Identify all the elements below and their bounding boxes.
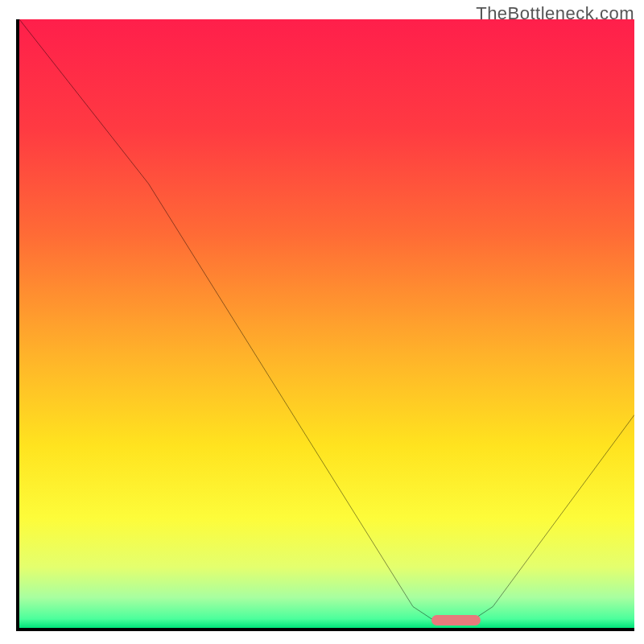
- bottleneck-curve: [19, 19, 634, 628]
- optimal-marker: [431, 615, 481, 625]
- plot-area: [19, 19, 634, 628]
- chart-stage: TheBottleneck.com: [0, 0, 644, 644]
- x-axis: [16, 628, 634, 631]
